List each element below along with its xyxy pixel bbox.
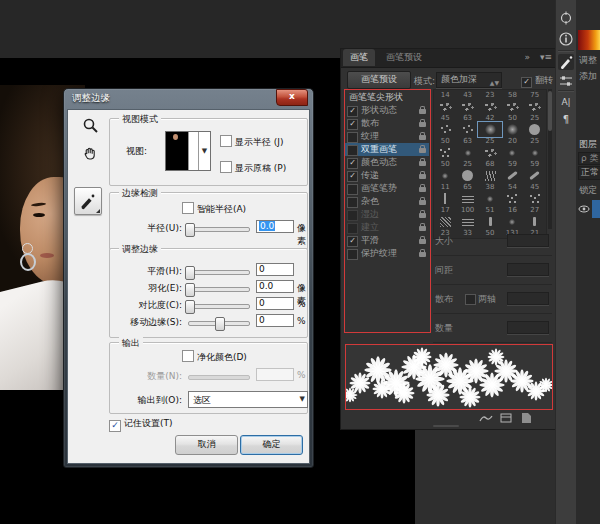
slider-value-field[interactable]: 0 (256, 297, 294, 310)
clone-source-icon[interactable] (558, 10, 574, 26)
brush-section-纹理[interactable]: 纹理 (345, 130, 429, 143)
slider-thumb[interactable] (215, 317, 225, 331)
dropdown-arrow-icon[interactable]: ▼ (198, 132, 210, 170)
slider-value-field[interactable]: 0 (256, 314, 294, 327)
slider-track[interactable] (188, 321, 250, 326)
new-brush-icon[interactable] (519, 412, 533, 424)
scrollbar-thumb[interactable] (548, 91, 552, 131)
lock-icon[interactable] (419, 187, 426, 192)
brush-thumbnail[interactable] (479, 100, 501, 113)
brush-thumbnail[interactable] (524, 100, 546, 113)
cancel-button[interactable]: 取消 (175, 435, 238, 455)
show-radius-checkbox-row[interactable]: 显示半径 (J) (220, 135, 283, 149)
control-value-field[interactable] (507, 263, 549, 276)
brush-thumbnail[interactable] (434, 169, 456, 182)
refine-radius-tool-button[interactable] (74, 187, 102, 215)
section-checkbox[interactable] (347, 184, 358, 195)
slider-track[interactable] (188, 270, 250, 275)
brush-section-散布[interactable]: ✓散布 (345, 117, 429, 130)
show-original-checkbox-row[interactable]: 显示原稿 (P) (220, 161, 286, 175)
brush-section-颜色动态[interactable]: ✓颜色动态 (345, 156, 429, 169)
info-icon[interactable] (558, 31, 574, 47)
brush-thumbnail[interactable] (524, 169, 546, 182)
lock-icon[interactable] (419, 239, 426, 244)
section-checkbox[interactable]: ✓ (347, 106, 358, 117)
brush-presets-button[interactable]: 画笔预设 (347, 71, 411, 89)
show-radius-checkbox[interactable] (220, 135, 232, 147)
brush-thumbnail[interactable] (456, 123, 478, 136)
brush-section-杂色[interactable]: 杂色 (345, 195, 429, 208)
brush-thumbnail[interactable] (456, 169, 478, 182)
brush-panel-icon[interactable] (558, 54, 574, 70)
flip-checkbox[interactable]: ✓ (521, 77, 532, 88)
brush-thumbnail[interactable] (434, 100, 456, 113)
brush-thumbnail[interactable] (456, 100, 478, 113)
lock-icon[interactable] (419, 213, 426, 218)
brush-thumbnail[interactable] (479, 169, 501, 182)
section-checkbox[interactable]: ✓ (347, 236, 358, 247)
tool-presets-icon[interactable] (558, 73, 574, 89)
show-original-checkbox[interactable] (220, 161, 232, 173)
ok-button[interactable]: 确定 (240, 435, 303, 455)
selected-layer-thumbnail[interactable] (592, 200, 600, 218)
brush-thumbnail[interactable] (501, 192, 523, 205)
lock-icon[interactable] (419, 148, 426, 153)
brush-section-平滑[interactable]: ✓平滑 (345, 234, 429, 247)
lock-icon[interactable] (419, 135, 426, 140)
slider-thumb[interactable] (185, 300, 195, 314)
lock-icon[interactable] (419, 122, 426, 127)
lock-icon[interactable] (419, 252, 426, 257)
tab-brush[interactable]: 画笔 (343, 49, 375, 66)
lock-icon[interactable] (419, 161, 426, 166)
brush-section-画笔笔势[interactable]: 画笔笔势 (345, 182, 429, 195)
output-to-dropdown[interactable]: 选区 ▼ (188, 391, 308, 408)
lock-icon[interactable] (419, 109, 426, 114)
brush-thumbnail[interactable] (434, 146, 456, 159)
lock-icon[interactable] (419, 200, 426, 205)
collapse-panel-icon[interactable]: » (524, 52, 530, 62)
section-checkbox[interactable]: ✓ (347, 119, 358, 130)
section-checkbox[interactable] (347, 249, 358, 260)
mode-dropdown[interactable]: 颜色加深 ▲▼ (436, 72, 502, 88)
panel-resize-grip[interactable] (433, 425, 459, 427)
close-button[interactable]: x (276, 89, 308, 106)
brush-section-湿边[interactable]: 湿边 (345, 208, 429, 221)
remember-settings-row[interactable]: 记住设置(T) (109, 417, 172, 432)
brush-thumbnail[interactable] (524, 146, 546, 159)
hand-tool-icon[interactable] (81, 145, 99, 163)
brush-section-双重画笔[interactable]: 双重画笔 (345, 143, 429, 156)
flip-checkbox-row[interactable]: ✓ 翻转 (521, 74, 553, 88)
brush-thumbnail[interactable] (456, 146, 478, 159)
section-checkbox[interactable]: ✓ (347, 158, 358, 169)
radius-slider[interactable] (188, 227, 250, 232)
brush-thumbnail[interactable] (479, 123, 501, 136)
brush-thumbnail[interactable] (501, 123, 523, 136)
brush-section-形状动态[interactable]: ✓形状动态 (345, 104, 429, 117)
smart-radius-checkbox[interactable] (182, 202, 194, 214)
grid-scrollbar[interactable] (548, 89, 552, 229)
layers-filter-field[interactable]: ρ 类 (578, 152, 600, 165)
panel-menu-icon[interactable]: ▾≡ (540, 52, 552, 62)
brush-thumbnail[interactable] (501, 100, 523, 113)
section-checkbox[interactable] (347, 197, 358, 208)
section-checkbox[interactable]: ✓ (347, 171, 358, 182)
tab-brush-presets[interactable]: 画笔预设 (379, 49, 429, 66)
character-panel-icon[interactable]: A| (558, 94, 574, 110)
eye-icon[interactable] (578, 204, 590, 214)
open-preset-manager-icon[interactable] (499, 412, 513, 424)
brush-thumbnail[interactable] (456, 192, 478, 205)
slider-track[interactable] (188, 304, 250, 309)
slider-value-field[interactable]: 0.0 (256, 280, 294, 293)
brush-thumbnail[interactable] (434, 192, 456, 205)
brush-section-建立[interactable]: 建立 (345, 221, 429, 234)
lock-icon[interactable] (419, 174, 426, 179)
brush-thumbnail[interactable] (479, 146, 501, 159)
brush-section-传递[interactable]: ✓传递 (345, 169, 429, 182)
adjustments-tab[interactable]: 调整 (579, 54, 597, 67)
slider-thumb[interactable] (185, 223, 195, 237)
slider-value-field[interactable]: 0 (256, 263, 294, 276)
slider-thumb[interactable] (185, 266, 195, 280)
color-ramp[interactable] (578, 30, 600, 50)
smart-radius-checkbox-row[interactable]: 智能半径(A) (182, 202, 246, 216)
brush-section-画笔笔尖形状[interactable]: 画笔笔尖形状 (345, 91, 429, 104)
